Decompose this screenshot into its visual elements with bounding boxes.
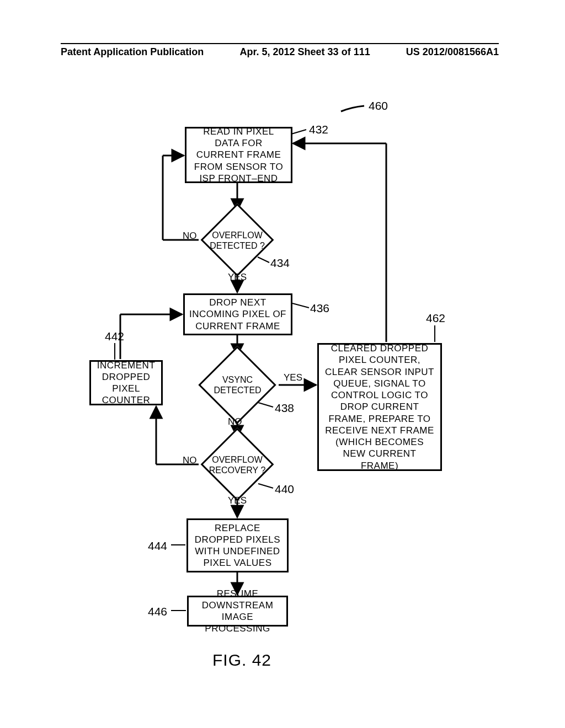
ref-438: 438 <box>275 402 294 415</box>
svg-line-16 <box>291 130 306 134</box>
process-replace-dropped-pixels: REPLACE DROPPED PIXELS WITH UNDEFINED PI… <box>186 518 289 572</box>
ref-460: 460 <box>369 99 388 113</box>
ref-440: 440 <box>275 483 294 496</box>
process-clear-counter-drop-frame: CLEARED DROPPED PIXEL COUNTER, CLEAR SEN… <box>317 343 442 471</box>
label-no-434: NO <box>183 231 197 242</box>
label-yes-434: YES <box>228 272 247 283</box>
svg-line-18 <box>292 303 309 308</box>
header-rule <box>61 43 499 44</box>
header-left: Patent Application Publication <box>61 46 204 58</box>
process-increment-counter: INCREMENT DROPPED PIXEL COUNTER <box>89 360 163 405</box>
ref-442: 442 <box>105 330 124 343</box>
ref-446: 446 <box>148 605 167 618</box>
label-no-440: NO <box>183 455 197 466</box>
svg-line-20 <box>258 484 273 488</box>
svg-line-19 <box>258 403 273 407</box>
page-header: Patent Application Publication Apr. 5, 2… <box>0 46 565 58</box>
header-right: US 2012/0081566A1 <box>406 46 499 58</box>
ref-462: 462 <box>426 312 445 325</box>
ref-444: 444 <box>148 539 167 553</box>
process-drop-next-pixel: DROP NEXT INCOMING PIXEL OF CURRENT FRAM… <box>183 293 292 335</box>
ref-436: 436 <box>310 302 329 315</box>
ref-434: 434 <box>270 256 290 270</box>
process-read-pixel-data: READ IN PIXEL DATA FOR CURRENT FRAME FRO… <box>185 127 292 183</box>
decision-vsync-detected-label: VSYNC DETECTED <box>214 372 261 398</box>
ref-432: 432 <box>309 123 328 136</box>
label-yes-438: YES <box>284 372 302 383</box>
process-resume-downstream: RESUME DOWNSTREAM IMAGE PROCESSING <box>187 596 288 627</box>
decision-overflow-recovery-label: OVERFLOW RECOVERY ? <box>207 448 268 482</box>
label-no-438: NO <box>228 416 242 427</box>
header-center: Apr. 5, 2012 Sheet 33 of 111 <box>240 46 370 58</box>
decision-overflow-detected-label: OVERFLOW DETECTED ? <box>207 223 268 258</box>
flowchart-canvas: 460 READ IN PIXEL DATA FOR CURRENT FRAME… <box>0 83 565 689</box>
figure-caption: FIG. 42 <box>212 651 271 670</box>
svg-line-17 <box>258 257 269 263</box>
label-yes-440: YES <box>228 495 247 506</box>
